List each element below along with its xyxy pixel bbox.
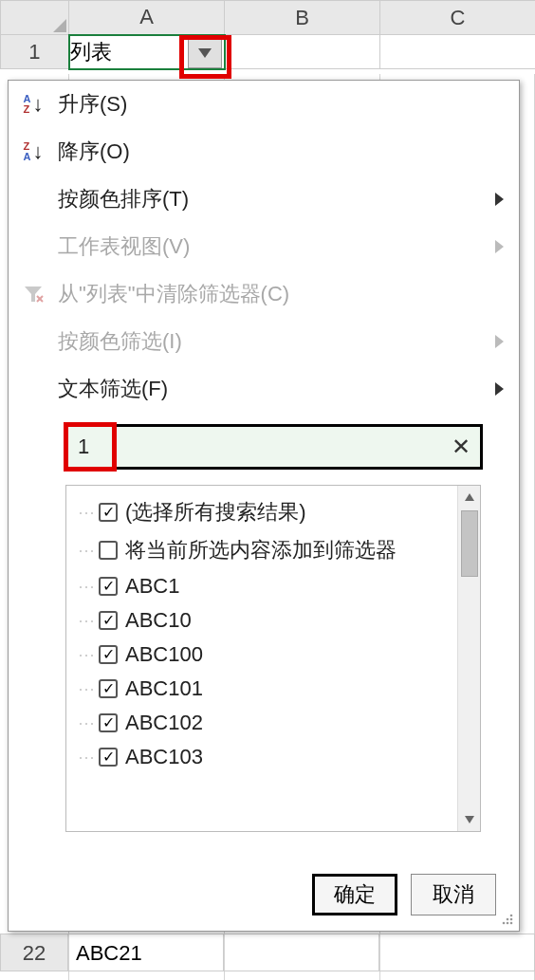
sort-asc-label: 升序(S) — [58, 90, 504, 119]
sort-asc-icon: AZ ↓ — [20, 91, 46, 118]
checkbox[interactable] — [99, 748, 118, 767]
filter-value-label: (选择所有搜索结果) — [125, 498, 306, 527]
row-22: 22 ABC21 — [0, 934, 535, 971]
filter-value-label: ABC1 — [125, 574, 179, 599]
cell-b22[interactable] — [224, 934, 379, 971]
cell-c1[interactable] — [380, 35, 536, 69]
checkbox[interactable] — [99, 503, 118, 522]
filter-by-color-label: 按颜色筛选(I) — [58, 327, 484, 356]
text-filter[interactable]: 文本筛选(F) — [9, 365, 519, 413]
resize-grip[interactable] — [500, 912, 515, 927]
svg-marker-5 — [465, 816, 474, 823]
clear-search-icon[interactable]: ✕ — [452, 434, 470, 460]
submenu-arrow-icon — [495, 193, 504, 206]
col-header-c[interactable]: C — [380, 1, 536, 35]
sort-desc-label: 降序(O) — [58, 138, 504, 166]
row-header-22[interactable]: 22 — [0, 934, 68, 971]
filter-value-label: ABC100 — [125, 642, 203, 667]
checkbox[interactable] — [99, 679, 118, 698]
filter-by-color: 按颜色筛选(I) — [9, 318, 519, 365]
scroll-thumb[interactable] — [461, 510, 478, 577]
filter-value-item[interactable]: ⋯ABC102 — [78, 706, 453, 740]
filter-value-item[interactable]: ⋯ABC100 — [78, 638, 453, 672]
filter-value-item[interactable]: ⋯ABC1 — [78, 569, 453, 603]
filter-search-input[interactable] — [78, 435, 442, 459]
checkbox[interactable] — [99, 645, 118, 664]
cell-a1-value: 列表 — [70, 40, 112, 64]
svg-point-11 — [510, 922, 513, 925]
chevron-down-icon — [198, 48, 212, 58]
sort-desc-icon: ZA ↓ — [20, 139, 46, 165]
cell-a22[interactable]: ABC21 — [68, 934, 224, 971]
filter-values-list: ⋯(选择所有搜索结果)⋯将当前所选内容添加到筛选器⋯ABC1⋯ABC10⋯ABC… — [65, 485, 481, 832]
filter-value-item[interactable]: ⋯ABC103 — [78, 740, 453, 774]
filter-value-label: ABC101 — [125, 676, 203, 701]
svg-point-6 — [510, 915, 513, 917]
ok-button[interactable]: 确定 — [312, 874, 397, 915]
svg-point-8 — [510, 918, 513, 921]
cell-b1[interactable] — [225, 35, 380, 69]
sort-by-color-label: 按颜色排序(T) — [58, 185, 484, 213]
filter-value-item[interactable]: ⋯ABC10 — [78, 603, 453, 638]
filter-value-item[interactable]: ⋯ABC101 — [78, 672, 453, 706]
filter-value-label: ABC10 — [125, 608, 192, 633]
scroll-up-button[interactable] — [458, 486, 480, 508]
submenu-arrow-icon — [495, 240, 504, 253]
svg-marker-4 — [465, 493, 474, 501]
submenu-arrow-icon — [495, 335, 504, 348]
svg-point-7 — [507, 918, 509, 921]
filter-dropdown-button[interactable] — [188, 38, 222, 68]
sort-ascending[interactable]: AZ ↓ 升序(S) — [9, 81, 519, 128]
svg-marker-0 — [198, 48, 212, 58]
svg-point-9 — [503, 922, 506, 925]
text-filter-label: 文本筛选(F) — [58, 375, 484, 403]
cancel-button[interactable]: 取消 — [411, 874, 496, 915]
col-header-a[interactable]: A — [69, 1, 225, 35]
cell-a1[interactable]: 列表 — [69, 35, 225, 69]
select-all-corner[interactable] — [1, 1, 69, 35]
sheet-view-label: 工作表视图(V) — [58, 232, 484, 261]
autofilter-dropdown: AZ ↓ 升序(S) ZA ↓ 降序(O) 按颜色排序(T) 工作表视图(V) … — [8, 80, 520, 932]
filter-search-box[interactable]: ✕ — [65, 424, 483, 470]
checkbox[interactable] — [99, 577, 118, 596]
filter-value-label: ABC102 — [125, 711, 203, 735]
cell-c22[interactable] — [379, 934, 535, 971]
filter-value-label: ABC103 — [125, 745, 203, 769]
sort-descending[interactable]: ZA ↓ 降序(O) — [9, 128, 519, 176]
scroll-down-button[interactable] — [458, 808, 480, 831]
sheet-view: 工作表视图(V) — [9, 223, 519, 270]
checkbox[interactable] — [99, 541, 118, 560]
clear-filter: 从"列表"中清除筛选器(C) — [9, 270, 519, 318]
sort-by-color[interactable]: 按颜色排序(T) — [9, 176, 519, 223]
list-scrollbar[interactable] — [457, 486, 480, 831]
col-header-b[interactable]: B — [225, 1, 380, 35]
filter-value-label: 将当前所选内容添加到筛选器 — [125, 536, 397, 564]
checkbox[interactable] — [99, 713, 118, 732]
clear-filter-label: 从"列表"中清除筛选器(C) — [58, 280, 504, 308]
submenu-arrow-icon — [495, 382, 504, 396]
funnel-clear-icon — [20, 281, 46, 307]
checkbox[interactable] — [99, 611, 118, 630]
spreadsheet-grid: A B C 1 列表 — [0, 0, 535, 70]
filter-value-item[interactable]: ⋯将当前所选内容添加到筛选器 — [78, 531, 453, 569]
svg-point-10 — [507, 922, 509, 925]
row-header-1[interactable]: 1 — [1, 35, 69, 69]
filter-value-item[interactable]: ⋯(选择所有搜索结果) — [78, 493, 453, 531]
